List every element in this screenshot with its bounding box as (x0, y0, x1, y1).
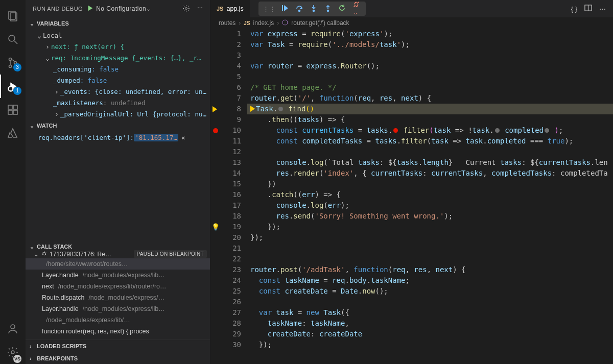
stack-frame[interactable]: Layer.handle/node_modules/express/lib… (26, 303, 210, 314)
var-events[interactable]: ›_events: {close: undefined, error: un… (26, 86, 210, 97)
var-maxlisteners[interactable]: _maxListeners: undefined (26, 97, 210, 108)
editor: JS app.js ⋮⋮ { (210, 0, 613, 364)
activity-bar: 3 1 VS (0, 0, 26, 364)
search-icon[interactable] (0, 28, 26, 51)
gear-icon[interactable] (182, 5, 190, 13)
svg-marker-28 (284, 5, 288, 11)
stack-frame[interactable]: /home/site/wwwroot/routes… (26, 258, 210, 270)
var-req[interactable]: ⌄req: IncomingMessage {_events: {…}, _r… (26, 52, 210, 63)
scope-local[interactable]: ⌄Local (26, 30, 210, 41)
svg-line-3 (14, 41, 17, 44)
code-area[interactable]: 💡 12345678910111213141516171819202122232… (210, 29, 613, 364)
chevron-right-icon: › (30, 343, 37, 349)
chevron-right-icon: › (30, 355, 37, 361)
stack-frame[interactable]: next/node_modules/express/lib/router/ro… (26, 281, 210, 292)
sidebar-title: RUN AND DEBUG (33, 6, 83, 12)
watch-body: req.headers['client-ip']: '81.165.17… ✕ (26, 132, 210, 147)
method-icon (282, 19, 288, 27)
svg-point-21 (43, 252, 45, 255)
var-dumped[interactable]: _dumped: false (26, 75, 210, 86)
chevron-down-icon: ⌵ (147, 6, 151, 12)
svg-rect-15 (13, 110, 17, 114)
account-icon[interactable] (0, 317, 26, 341)
debug-icon[interactable]: 1 (0, 75, 26, 98)
svg-rect-13 (8, 105, 12, 109)
var-parsedurl[interactable]: ›_parsedOriginalUrl: Url {protocol: nu… (26, 108, 210, 119)
svg-point-33 (327, 10, 328, 11)
chevron-down-icon: ⌄ (30, 123, 37, 129)
svg-point-5 (9, 65, 12, 68)
variables-section-header[interactable]: ⌄ VARIABLES (26, 17, 210, 30)
stack-frame[interactable]: function router(req, res, next) {.proces (26, 326, 210, 337)
svg-rect-27 (282, 5, 283, 11)
settings-icon[interactable]: VS (0, 341, 26, 364)
svg-point-2 (9, 35, 15, 41)
breakpoint-icon[interactable] (213, 128, 218, 133)
watch-expression[interactable]: req.headers['client-ip']: '81.165.17… ✕ (26, 132, 210, 143)
callstack-section-header[interactable]: ⌄ CALL STACK (26, 244, 210, 250)
svg-point-31 (313, 10, 314, 11)
ellipsis-icon[interactable]: ⋯ (599, 5, 606, 13)
debug-badge: 1 (13, 87, 21, 95)
editor-tabs: JS app.js ⋮⋮ { (210, 0, 613, 17)
var-next[interactable]: ›next: ƒ next(err) { (26, 41, 210, 52)
svg-marker-19 (88, 6, 93, 11)
explorer-icon[interactable] (0, 4, 26, 28)
execution-pointer-icon (213, 106, 219, 112)
debug-config-select[interactable]: No Configuration⌵ (96, 5, 182, 12)
scm-badge: 3 (13, 63, 21, 71)
stack-frame[interactable]: /node_modules/express/lib/… (26, 314, 210, 326)
continue-button[interactable] (280, 4, 290, 14)
var-consuming[interactable]: _consuming: false (26, 63, 210, 75)
thread-row[interactable]: ⌄ 1713798337176: Re… PAUSED ON BREAKPOIN… (26, 250, 210, 258)
js-file-icon: JS (244, 20, 250, 26)
debug-toolbar[interactable]: ⋮⋮ (258, 2, 366, 16)
stack-frame[interactable]: Layer.handle/node_modules/express/lib… (26, 270, 210, 281)
remove-watch-button[interactable]: ✕ (181, 134, 185, 141)
split-editor-icon[interactable] (584, 4, 592, 13)
debug-sidebar: RUN AND DEBUG No Configuration⌵ ⋯ ⌄ VARI… (26, 0, 210, 364)
svg-point-18 (11, 351, 14, 354)
svg-point-20 (185, 7, 187, 9)
breakpoints-header[interactable]: › BREAKPOINTS (26, 352, 210, 364)
loaded-scripts-header[interactable]: › LOADED SCRIPTS (26, 339, 210, 352)
breadcrumb[interactable]: routes › JS index.js › router.get('/') c… (210, 17, 613, 29)
scm-icon[interactable]: 3 (0, 51, 26, 75)
chevron-down-icon: ⌄ (30, 244, 37, 250)
js-file-icon: JS (217, 6, 223, 12)
ellipsis-icon[interactable]: ⋯ (197, 5, 203, 13)
step-into-button[interactable] (309, 4, 319, 14)
disconnect-button[interactable] (351, 1, 362, 17)
svg-point-17 (11, 325, 15, 329)
lightbulb-icon[interactable]: 💡 (211, 223, 220, 231)
step-over-button[interactable] (294, 4, 304, 14)
tab-appjs[interactable]: JS app.js (210, 0, 250, 17)
chevron-down-icon: ⌄ (30, 20, 37, 27)
step-out-button[interactable] (323, 4, 333, 14)
svg-rect-14 (8, 110, 12, 114)
stack-frame[interactable]: Route.dispatch/node_modules/express/… (26, 292, 210, 303)
svg-rect-16 (13, 105, 17, 109)
restart-button[interactable] (337, 4, 347, 13)
svg-point-4 (9, 58, 12, 61)
azure-icon[interactable] (0, 122, 26, 145)
start-debug-button[interactable] (87, 5, 94, 13)
svg-point-29 (298, 10, 300, 11)
thread-status: PAUSED ON BREAKPOINT (134, 250, 207, 258)
vs-badge: VS (13, 355, 21, 363)
braces-icon[interactable]: { } (571, 5, 577, 13)
sidebar-header: RUN AND DEBUG No Configuration⌵ ⋯ (26, 0, 210, 17)
extensions-icon[interactable] (0, 98, 26, 122)
watch-section-header[interactable]: ⌄ WATCH (26, 119, 210, 132)
variables-body: ⌄Local ›next: ƒ next(err) { ⌄req: Incomi… (26, 30, 210, 119)
grip-icon[interactable]: ⋮⋮ (263, 5, 276, 13)
